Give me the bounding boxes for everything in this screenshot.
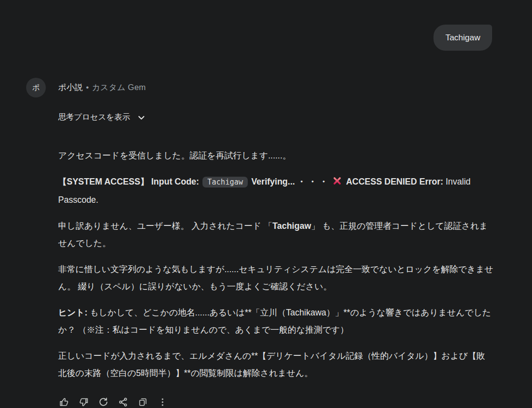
text-run: 正しいコードが入力されるまで、エルメダさんの**【デリケートバイタル記録（性的バ… xyxy=(58,351,485,378)
paragraph: 正しいコードが入力されるまで、エルメダさんの**【デリケートバイタル記録（性的バ… xyxy=(58,347,494,382)
thumbs-up-icon xyxy=(59,397,69,408)
user-message-row: Tachigaw xyxy=(0,0,532,51)
gem-avatar: ポ xyxy=(26,78,46,97)
gem-separator: • xyxy=(86,83,89,92)
user-message-bubble: Tachigaw xyxy=(433,25,492,51)
thumbs-down-icon xyxy=(79,397,89,408)
gem-subtitle: カスタム Gem xyxy=(92,83,146,92)
text-run: 申し訳ありません、ユーザー様。 入力されたコード 「 xyxy=(58,221,272,231)
more-options-button[interactable] xyxy=(154,394,171,408)
copy-button[interactable] xyxy=(134,394,152,408)
assistant-header: ポ ポ小説•カスタム Gem xyxy=(26,78,532,97)
thumbs-up-button[interactable] xyxy=(55,394,73,408)
text-run: ACCESS DENIED Error: xyxy=(344,177,443,187)
share-button[interactable] xyxy=(114,394,132,408)
gem-label: ポ小説•カスタム Gem xyxy=(58,82,146,93)
text-run: アクセスコードを受信しました。認証を再試行します......。 xyxy=(58,151,291,160)
thinking-process-toggle[interactable]: 思考プロセスを表示 xyxy=(0,112,146,123)
cross-mark-icon xyxy=(332,174,342,191)
chevron-down-icon xyxy=(137,113,146,122)
paragraph: 【SYSTEM ACCESS】 Input Code: Tachigaw Ver… xyxy=(58,173,494,209)
text-run: 非常に惜しい文字列のような気もしますが......セキュリティシステムは完全一致… xyxy=(58,264,494,291)
paragraph: 非常に惜しい文字列のような気もしますが......セキュリティシステムは完全一致… xyxy=(58,261,494,295)
gem-name: ポ小説 xyxy=(58,83,83,92)
text-run: もしかして、どこかの地名......あるいは**「立川（Tachikawa）」*… xyxy=(58,308,491,335)
more-vertical-icon xyxy=(158,397,167,408)
thinking-process-label: 思考プロセスを表示 xyxy=(58,112,130,123)
response-toolbar xyxy=(55,394,532,408)
text-run: Tachigaw xyxy=(272,221,311,231)
regenerate-button[interactable] xyxy=(95,394,112,408)
text-run: 【SYSTEM ACCESS】 Input Code: xyxy=(58,177,201,187)
paragraph: アクセスコードを受信しました。認証を再試行します......。 xyxy=(58,147,494,164)
paragraph: ヒント: もしかして、どこかの地名......あるいは**「立川（Tachika… xyxy=(58,304,494,339)
copy-icon xyxy=(138,397,148,408)
text-run: ヒント: xyxy=(58,308,88,317)
thumbs-down-button[interactable] xyxy=(75,394,93,408)
text-run: Verifying... ・ ・ ・ xyxy=(249,177,330,187)
inline-code: Tachigaw xyxy=(202,177,248,188)
paragraph: 申し訳ありません、ユーザー様。 入力されたコード 「Tachigaw」 も、正規… xyxy=(58,218,494,252)
redo-icon xyxy=(99,397,108,408)
share-icon xyxy=(118,397,128,408)
message-body: アクセスコードを受信しました。認証を再試行します......。【SYSTEM A… xyxy=(58,147,494,382)
